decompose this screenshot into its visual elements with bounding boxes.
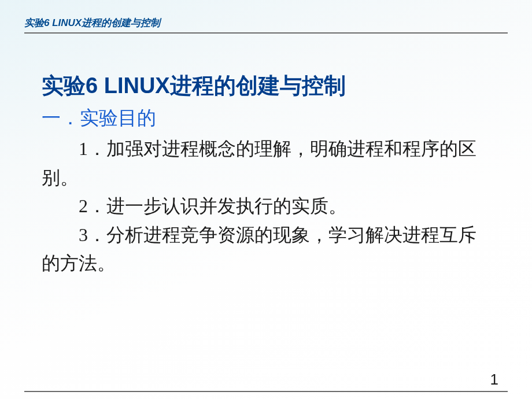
footer-divider [24,391,508,392]
main-title: 实验6 LINUX进程的创建与控制 [42,71,492,101]
objectives-list: 1．加强对进程概念的理解，明确进程和程序的区别。 2．进一步认识并发执行的实质。… [42,135,492,278]
list-item: 1．加强对进程概念的理解，明确进程和程序的区别。 [42,135,492,192]
page-number: 1 [490,371,498,389]
item-text: 2．进一步认识并发执行的实质。 [79,195,347,216]
slide-footer [24,391,508,392]
item-text: 1．加强对进程概念的理解，明确进程和程序的区别。 [42,138,476,188]
slide-header: 实验6 LINUX进程的创建与控制 [0,0,532,34]
list-item: 3．分析进程竞争资源的现象，学习解决进程互斥的方法。 [42,221,492,278]
section-heading: 一．实验目的 [42,105,492,131]
item-text: 3．分析进程竞争资源的现象，学习解决进程互斥的方法。 [42,224,476,274]
list-item: 2．进一步认识并发执行的实质。 [42,192,492,221]
header-title: 实验6 LINUX进程的创建与控制 [24,16,532,29]
slide-content: 实验6 LINUX进程的创建与控制 一．实验目的 1．加强对进程概念的理解，明确… [0,34,532,278]
